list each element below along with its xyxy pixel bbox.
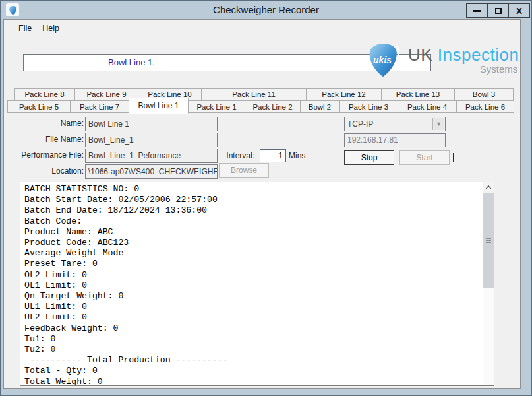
tab-bowl-2[interactable]: Bowl 2 [300, 100, 340, 113]
tab-pack-line-4[interactable]: Pack Line 4 [398, 100, 457, 113]
interval-label: Interval: [214, 151, 254, 160]
logo-text: UK Inspection Systems [408, 45, 519, 75]
tab-label: Pack Line 11 [232, 90, 276, 98]
tab-bowl-3[interactable]: Bowl 3 [454, 88, 514, 100]
close-icon: X [516, 6, 522, 16]
tab-pack-line-11[interactable]: Pack Line 11 [201, 88, 307, 100]
uk-inspection-logo: ukis UK Inspection Systems [364, 41, 519, 78]
tab-bowl-line-1[interactable]: Bowl Line 1 [129, 98, 189, 114]
tab-label: Pack Line 13 [396, 90, 440, 98]
window-controls: X [467, 3, 530, 18]
interval-unit-label: Mins [289, 151, 305, 160]
protocol-dropdown: TCP-IP ▼ [344, 117, 446, 131]
protocol-value: TCP-IP [347, 119, 373, 129]
tab-pack-line-13[interactable]: Pack Line 13 [381, 88, 455, 100]
tab-label: Pack Line 7 [80, 103, 119, 111]
tab-label: Pack Line 5 [19, 103, 59, 111]
minimize-icon [473, 10, 481, 12]
tab-pack-line-7[interactable]: Pack Line 7 [70, 100, 129, 113]
tab-label: Bowl 2 [309, 103, 332, 111]
tab-label: Bowl Line 1 [138, 101, 179, 110]
ip-address-field: 192.168.17.81 [344, 133, 446, 147]
tab-pack-line-1[interactable]: Pack Line 1 [188, 100, 245, 113]
tab-label: Pack Line 2 [252, 103, 292, 111]
tab-pack-line-2[interactable]: Pack Line 2 [245, 100, 301, 113]
tab-label: Pack Line 1 [196, 103, 236, 111]
tab-label: Pack Line 8 [24, 90, 64, 98]
app-window: Checkweigher Recorder X File Help Bowl L… [0, 0, 532, 396]
window-title: Checkweigher Recorder [1, 1, 531, 19]
tab-strip-row-1: Pack Line 8Pack Line 9Pack Line 10Pack L… [15, 88, 514, 100]
scroll-up-button[interactable] [483, 182, 494, 193]
logo-brand-gray: UK [408, 45, 438, 65]
start-button: Start [399, 150, 450, 165]
name-field: Bowl Line 1 [85, 117, 218, 131]
performance-file-field: Bowl_Line_1_Peformance [85, 148, 218, 163]
tab-label: Pack Line 3 [349, 103, 388, 111]
svg-text:ukis: ukis [373, 55, 392, 65]
location-label: Location: [4, 166, 84, 176]
logo-brand-cyan: Inspection [438, 45, 519, 65]
menu-bar: File Help [4, 20, 520, 37]
text-caret [453, 153, 454, 162]
chevron-down-icon: ▼ [432, 118, 444, 130]
file-name-label: File Name: [4, 135, 84, 144]
tab-label: Pack Line 9 [86, 90, 126, 98]
file-name-field: Bowl_Line_1 [85, 133, 218, 147]
chevron-up-icon [485, 184, 492, 191]
statistics-text: BATCH STATISTICS NO: 0 Batch Start Date:… [20, 182, 483, 385]
ukis-badge-icon: ukis [364, 41, 402, 78]
stop-button[interactable]: Stop [344, 150, 394, 165]
tab-pack-line-5[interactable]: Pack Line 5 [7, 100, 71, 113]
vertical-scrollbar[interactable] [483, 182, 494, 385]
titlebar: Checkweigher Recorder X [1, 1, 531, 19]
location-field: \1066-ap07\VS400_CHECKWEIGHERS [85, 164, 218, 179]
close-button[interactable]: X [508, 3, 530, 18]
tab-pack-line-8[interactable]: Pack Line 8 [14, 88, 75, 100]
tab-pack-line-3[interactable]: Pack Line 3 [339, 100, 398, 113]
tab-label: Pack Line 12 [322, 90, 366, 98]
tab-pack-line-6[interactable]: Pack Line 6 [456, 100, 514, 113]
tab-label: Pack Line 4 [407, 103, 447, 111]
browse-button: Browse [219, 163, 269, 178]
performance-file-label: Performance File: [4, 150, 84, 160]
client-area: File Help Bowl Line 1. ukis UK Inspectio… [3, 19, 521, 389]
interval-input[interactable]: 1 [260, 149, 286, 162]
tab-label: Pack Line 6 [465, 103, 505, 111]
tab-pack-line-12[interactable]: Pack Line 12 [306, 88, 382, 100]
name-label: Name: [4, 119, 84, 128]
maximize-button[interactable] [487, 3, 509, 18]
tab-strip-row-2: Pack Line 5Pack Line 7Bowl Line 1Pack Li… [8, 100, 514, 113]
tab-label: Bowl 3 [473, 90, 496, 98]
statistics-console[interactable]: BATCH STATISTICS NO: 0 Batch Start Date:… [20, 182, 494, 386]
menu-help[interactable]: Help [37, 21, 65, 36]
maximize-icon [495, 8, 502, 14]
menu-file[interactable]: File [13, 21, 37, 36]
scrollbar-thumb[interactable] [483, 193, 494, 288]
scrollbar-grip-icon [486, 237, 491, 244]
minimize-button[interactable] [466, 3, 488, 18]
